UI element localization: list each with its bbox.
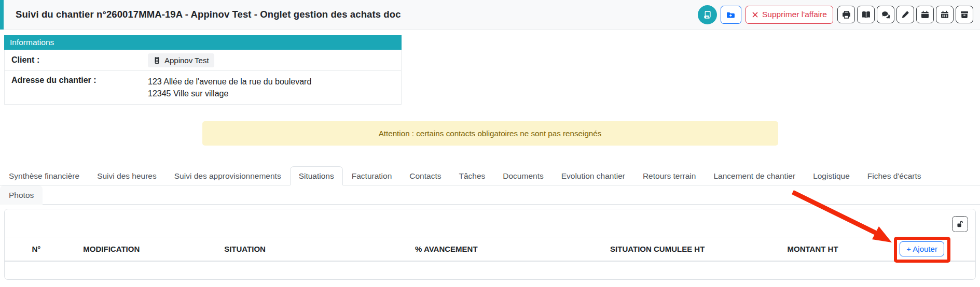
calendar-days-icon xyxy=(941,10,949,19)
comments-icon xyxy=(881,10,890,19)
col-header-avancement: % AVANCEMENT xyxy=(335,237,558,262)
tab-contacts[interactable]: Contacts xyxy=(401,166,450,185)
info-panel: Informations Client : Appinov Test Adres… xyxy=(4,35,402,105)
unlock-button[interactable] xyxy=(952,216,968,232)
folder-plus-button[interactable] xyxy=(721,6,741,24)
tab-taches[interactable]: Tâches xyxy=(450,166,494,185)
edit-button[interactable] xyxy=(896,6,914,23)
add-situation-button[interactable]: + Ajouter xyxy=(900,241,944,256)
situations-table: N° MODIFICATION SITUATION % AVANCEMENT S… xyxy=(5,237,975,279)
calendar-icon xyxy=(921,10,929,19)
col-header-modification: MODIFICATION xyxy=(68,237,155,262)
col-header-montant: MONTANT HT xyxy=(757,237,868,262)
col-header-actions: + Ajouter xyxy=(868,237,975,262)
col-header-situation-cumulee: SITUATION CUMULEE HT xyxy=(558,237,757,262)
address-label: Adresse du chantier : xyxy=(5,76,148,99)
delete-case-button[interactable]: Supprimer l'affaire xyxy=(746,6,833,24)
address-row: Adresse du chantier : 123 Allée de l'ave… xyxy=(5,70,401,104)
client-label: Client : xyxy=(5,55,148,65)
tab-evolution-chantier[interactable]: Evolution chantier xyxy=(553,166,634,185)
tab-row-1: Synthèse financière Suivi des heures Sui… xyxy=(0,166,980,185)
page-header: Suivi du chantier n°260017MMA-19A - Appi… xyxy=(0,0,980,30)
tab-facturation[interactable]: Facturation xyxy=(343,166,401,185)
archive-icon xyxy=(960,10,969,19)
warning-text: Attention : certains contacts obligatoir… xyxy=(379,129,602,138)
client-value: Appinov Test xyxy=(148,53,214,67)
situations-card-toolbar xyxy=(5,209,975,237)
col-header-situation: SITUATION xyxy=(155,237,335,262)
contacts-warning-banner: Attention : certains contacts obligatoir… xyxy=(202,121,778,146)
tab-row-2: Photos xyxy=(0,185,980,205)
client-chip[interactable]: Appinov Test xyxy=(148,53,214,67)
tab-retours-terrain[interactable]: Retours terrain xyxy=(634,166,705,185)
address-line-2: 12345 Ville sur village xyxy=(148,88,311,99)
delete-case-label: Supprimer l'affaire xyxy=(762,10,827,19)
empty-table-row xyxy=(5,261,975,279)
print-button[interactable] xyxy=(837,6,855,23)
comments-button[interactable] xyxy=(877,6,894,23)
client-row: Client : Appinov Test xyxy=(5,50,401,70)
tab-bar: Synthèse financière Suivi des heures Sui… xyxy=(0,166,980,205)
folder-plus-icon xyxy=(726,10,735,19)
header-icon-group xyxy=(837,6,973,23)
scroll-icon xyxy=(702,10,712,20)
printer-icon xyxy=(842,10,851,19)
calendar-button[interactable] xyxy=(916,6,934,23)
header-toolbar: Supprimer l'affaire xyxy=(698,5,973,24)
scroll-button[interactable] xyxy=(698,5,717,24)
sidebar-edge xyxy=(0,0,4,30)
tab-fiches-d-ecarts[interactable]: Fiches d'écarts xyxy=(859,166,930,185)
situations-header-row: N° MODIFICATION SITUATION % AVANCEMENT S… xyxy=(5,237,975,262)
page-title: Suivi du chantier n°260017MMA-19A - Appi… xyxy=(16,9,401,20)
tab-situations[interactable]: Situations xyxy=(290,166,343,185)
tab-synthese-financiere[interactable]: Synthèse financière xyxy=(0,166,88,185)
col-header-numero: N° xyxy=(5,237,68,262)
info-panel-title: Informations xyxy=(4,35,402,50)
info-panel-body: Client : Appinov Test Adresse du chantie… xyxy=(4,50,402,105)
address-book-icon xyxy=(153,56,161,64)
tab-lancement-de-chantier[interactable]: Lancement de chantier xyxy=(705,166,804,185)
book-open-icon xyxy=(862,10,871,19)
x-icon xyxy=(752,11,758,18)
archive-button[interactable] xyxy=(956,6,973,23)
tab-photos[interactable]: Photos xyxy=(0,185,43,205)
situations-card: N° MODIFICATION SITUATION % AVANCEMENT S… xyxy=(4,209,976,280)
tab-documents[interactable]: Documents xyxy=(494,166,552,185)
unlock-icon xyxy=(956,220,964,228)
tab-suivi-des-heures[interactable]: Suivi des heures xyxy=(88,166,165,185)
tab-suivi-des-approvisionnements[interactable]: Suivi des approvisionnements xyxy=(165,166,290,185)
tab-logistique[interactable]: Logistique xyxy=(804,166,859,185)
book-button[interactable] xyxy=(857,6,875,23)
client-chip-label: Appinov Test xyxy=(164,56,209,65)
address-line-1: 123 Allée de l'avenue de la rue du boule… xyxy=(148,76,311,88)
address-value: 123 Allée de l'avenue de la rue du boule… xyxy=(148,76,311,99)
calendar-days-button[interactable] xyxy=(936,6,954,23)
pencil-icon xyxy=(901,10,909,19)
